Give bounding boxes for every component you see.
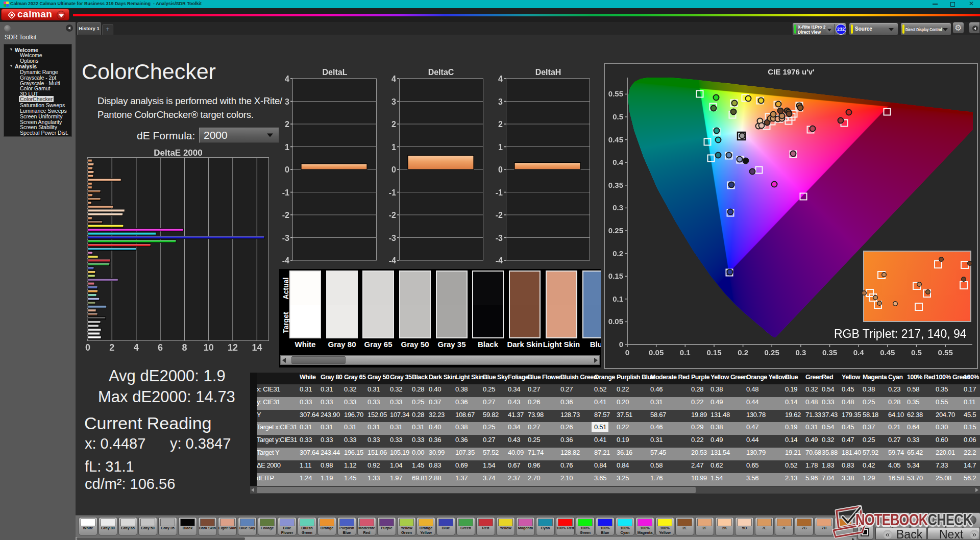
- svg-text:1: 1: [498, 143, 503, 152]
- svg-text:2: 2: [498, 120, 503, 129]
- svg-text:1: 1: [391, 143, 396, 152]
- svg-text:1: 1: [285, 143, 289, 152]
- svg-text:DeltaC: DeltaC: [428, 68, 454, 77]
- svg-text:-3: -3: [389, 234, 396, 242]
- svg-text:0: 0: [498, 165, 503, 174]
- svg-text:-2: -2: [282, 211, 289, 219]
- svg-text:12: 12: [228, 342, 238, 353]
- svg-text:-3: -3: [496, 234, 503, 242]
- svg-text:4: 4: [498, 75, 503, 83]
- svg-text:-4: -4: [282, 256, 289, 265]
- svg-text:-2: -2: [389, 211, 396, 219]
- svg-text:DeltaE 2000: DeltaE 2000: [154, 148, 202, 158]
- svg-text:4: 4: [134, 342, 139, 353]
- svg-text:2: 2: [391, 120, 396, 129]
- svg-text:-4: -4: [496, 256, 503, 265]
- svg-text:8: 8: [182, 342, 187, 353]
- svg-text:DeltaH: DeltaH: [535, 68, 561, 77]
- svg-text:3: 3: [498, 97, 503, 106]
- svg-text:DeltaL: DeltaL: [323, 68, 348, 77]
- svg-text:10: 10: [204, 342, 214, 353]
- svg-text:4: 4: [391, 75, 396, 83]
- svg-text:14: 14: [252, 342, 262, 353]
- svg-text:2: 2: [109, 342, 114, 353]
- svg-text:-3: -3: [282, 234, 289, 242]
- svg-text:0: 0: [285, 165, 289, 174]
- svg-text:-1: -1: [282, 188, 289, 197]
- svg-text:0: 0: [85, 342, 90, 353]
- svg-text:-4: -4: [389, 256, 396, 265]
- svg-text:-1: -1: [496, 188, 503, 197]
- svg-text:-2: -2: [496, 211, 503, 219]
- svg-text:6: 6: [158, 342, 163, 353]
- svg-text:-1: -1: [389, 188, 396, 197]
- svg-text:4: 4: [285, 75, 289, 83]
- svg-text:3: 3: [391, 97, 396, 106]
- svg-text:0: 0: [391, 165, 396, 174]
